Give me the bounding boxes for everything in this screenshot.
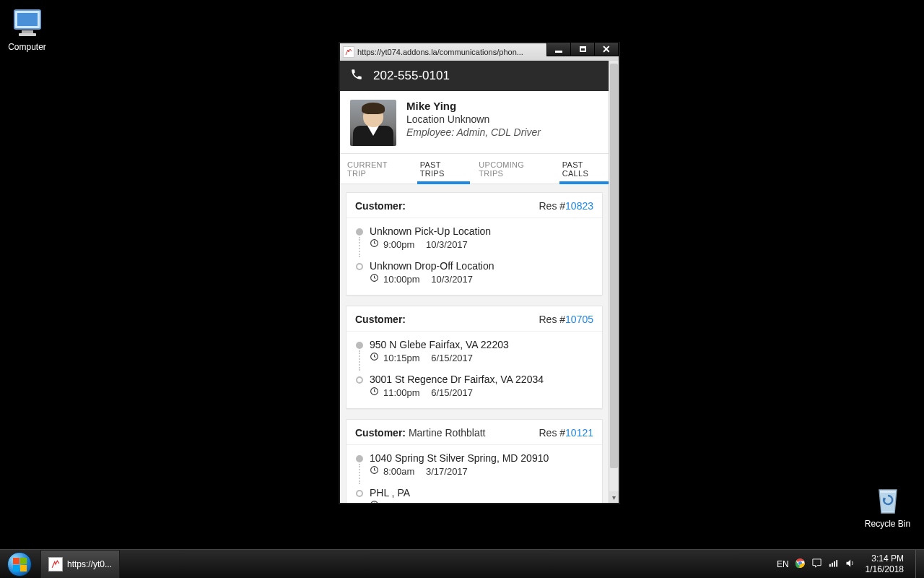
svg-rect-12 xyxy=(829,564,830,566)
avatar xyxy=(350,100,396,146)
svg-rect-3 xyxy=(19,33,36,36)
svg-rect-14 xyxy=(834,561,835,567)
dropoff-dot-icon xyxy=(356,263,363,270)
dropoff-dot-icon xyxy=(356,490,363,497)
volume-icon[interactable] xyxy=(845,558,855,571)
customer-label: Customer: xyxy=(355,200,406,212)
trip-card: Customer: Res #10823 Unknown Pick-Up Loc… xyxy=(346,192,603,296)
pickup-time: 9:00pm xyxy=(383,239,414,250)
maximize-button[interactable] xyxy=(570,42,595,56)
tab-past-trips[interactable]: PAST TRIPS xyxy=(414,154,474,184)
computer-icon xyxy=(10,6,45,40)
res-label: Res # xyxy=(539,427,565,439)
res-label: Res # xyxy=(539,200,565,212)
pickup-location: Unknown Pick-Up Location xyxy=(370,225,491,237)
minimize-button[interactable] xyxy=(546,42,571,56)
desktop-icon-label: Computer xyxy=(0,42,54,52)
profile-location: Location Unknown xyxy=(406,113,541,125)
profile-section: Mike Ying Location Unknown Employee: Adm… xyxy=(340,91,619,154)
pickup-date: 6/15/2017 xyxy=(431,353,473,363)
taskbar-item[interactable]: https://yt0... xyxy=(40,550,120,579)
customer-name: Martine Rothblatt xyxy=(409,427,486,439)
dropoff-date: 3/17/2017 xyxy=(426,501,468,504)
pickup-date: 10/3/2017 xyxy=(426,239,468,250)
svg-rect-13 xyxy=(832,562,833,566)
svg-rect-1 xyxy=(17,13,38,26)
dropoff-time: 9:00am xyxy=(383,501,414,504)
pickup-location: 950 N Glebe Fairfax, VA 22203 xyxy=(370,339,509,350)
res-link[interactable]: 10705 xyxy=(565,314,593,325)
profile-role: Employee: Admin, CDL Driver xyxy=(406,126,541,138)
window-client-area: 202-555-0101 Mike Ying Location Unknown … xyxy=(340,61,619,503)
windows-orb-icon xyxy=(7,552,32,577)
task-label: https://yt0... xyxy=(67,559,112,569)
network-icon[interactable] xyxy=(828,558,839,571)
app-window: https://yt074.addons.la/communications/p… xyxy=(339,42,620,504)
trip-card: Customer: Res #10705 950 N Glebe Fairfax… xyxy=(346,306,603,409)
dropoff-date: 6/15/2017 xyxy=(431,387,473,398)
phone-icon xyxy=(350,68,363,84)
system-tray: EN 3:14 PM 1/16/2018 xyxy=(770,553,915,574)
profile-name: Mike Ying xyxy=(406,100,541,112)
svg-rect-15 xyxy=(836,560,837,566)
svg-point-9 xyxy=(371,501,378,503)
dropoff-dot-icon xyxy=(356,376,363,384)
clock-icon xyxy=(370,500,379,503)
clock-icon xyxy=(370,238,379,250)
clock-icon xyxy=(370,352,379,363)
dropoff-time: 11:00pm xyxy=(383,387,420,398)
close-button[interactable]: ✕ xyxy=(594,42,619,56)
chrome-icon[interactable] xyxy=(795,558,806,571)
trip-card: Customer: Martine Rothblatt Res #10121 1… xyxy=(346,419,603,503)
pickup-dot-icon xyxy=(356,228,363,236)
taskbar-clock[interactable]: 3:14 PM 1/16/2018 xyxy=(861,553,908,574)
recycle-bin-icon xyxy=(871,483,905,517)
res-label: Res # xyxy=(539,314,565,325)
phone-number: 202-555-0101 xyxy=(373,69,450,83)
res-link[interactable]: 10823 xyxy=(565,200,593,212)
pickup-time: 10:15pm xyxy=(383,353,420,363)
language-indicator[interactable]: EN xyxy=(777,559,789,569)
res-link[interactable]: 10121 xyxy=(565,427,593,439)
clock-icon xyxy=(370,465,379,477)
desktop-icon-label: Recycle Bin xyxy=(860,519,915,529)
pickup-dot-icon xyxy=(356,342,363,349)
desktop-icon-computer[interactable]: Computer xyxy=(0,6,54,52)
pickup-dot-icon xyxy=(356,455,363,462)
clock-date: 1/16/2018 xyxy=(866,564,904,574)
dropoff-date: 10/3/2017 xyxy=(431,274,473,285)
tab-upcoming-trips[interactable]: UPCOMING TRIPS xyxy=(473,154,556,184)
clock-time: 3:14 PM xyxy=(866,553,904,564)
trips-list: Customer: Res #10823 Unknown Pick-Up Loc… xyxy=(340,185,609,503)
dropoff-location: PHL , PA xyxy=(370,487,468,499)
dropoff-time: 10:00pm xyxy=(383,274,420,285)
customer-label: Customer: xyxy=(355,314,406,325)
dropoff-location: Unknown Drop-Off Location xyxy=(370,260,494,272)
tabs: CURRENT TRIP PAST TRIPS UPCOMING TRIPS P… xyxy=(340,154,619,184)
show-desktop-button[interactable] xyxy=(915,550,924,579)
scrollbar-thumb[interactable] xyxy=(610,64,618,468)
task-favicon-icon xyxy=(48,557,63,571)
pickup-time: 8:00am xyxy=(383,466,414,477)
clock-icon xyxy=(370,387,379,398)
customer-label: Customer: xyxy=(355,427,406,439)
vertical-scrollbar[interactable]: ▾ xyxy=(609,61,619,503)
start-button[interactable] xyxy=(0,550,39,579)
clock-icon xyxy=(370,273,379,285)
taskbar: https://yt0... EN 3:14 PM 1/16/2018 xyxy=(0,549,924,578)
svg-rect-2 xyxy=(22,30,33,33)
favicon-icon xyxy=(343,46,354,58)
pickup-location: 1040 Spring St Silver Spring, MD 20910 xyxy=(370,452,549,464)
window-titlebar[interactable]: https://yt074.addons.la/communications/p… xyxy=(340,43,619,61)
pickup-date: 3/17/2017 xyxy=(426,466,468,477)
tab-current-trip[interactable]: CURRENT TRIP xyxy=(341,154,414,184)
dropoff-location: 3001 St Regence Dr Fairfax, VA 22034 xyxy=(370,374,544,385)
phone-header: 202-555-0101 xyxy=(340,61,619,91)
action-center-icon[interactable] xyxy=(811,558,822,571)
scroll-down-arrow-icon[interactable]: ▾ xyxy=(609,491,619,503)
desktop-icon-recycle-bin[interactable]: Recycle Bin xyxy=(860,483,915,529)
